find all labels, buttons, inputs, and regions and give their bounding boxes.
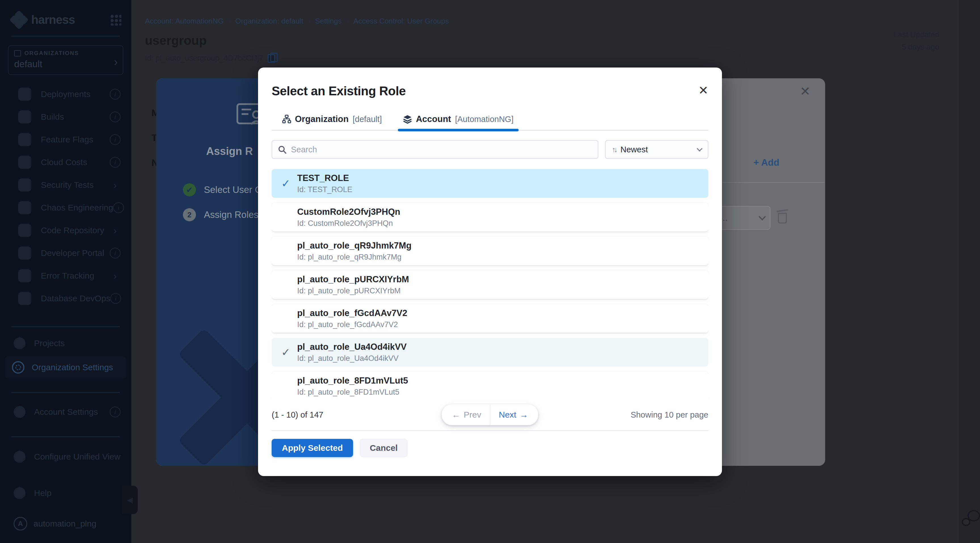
select-role-modal: Select an Existing Role ✕ Organization [… xyxy=(258,67,722,476)
cancel-button[interactable]: Cancel xyxy=(360,439,407,457)
org-hierarchy-icon xyxy=(14,50,21,56)
logo-text: harness xyxy=(31,13,75,27)
role-name: pl_auto_role_8FD1mVLut5 xyxy=(297,376,408,386)
deployments-icon xyxy=(18,88,31,101)
role-row[interactable]: ✓ pl_auto_role_8FD1mVLut5 Id: pl_auto_ro… xyxy=(272,372,708,399)
role-id: Id: pl_auto_role_8FD1mVLut5 xyxy=(297,388,408,397)
builds-icon xyxy=(18,110,31,123)
info-icon[interactable]: i xyxy=(110,157,121,168)
org-selector[interactable]: ORGANIZATIONS default › xyxy=(8,45,123,75)
role-name: pl_auto_role_Ua4Od4ikVV xyxy=(297,342,407,352)
role-row[interactable]: ✓ pl_auto_role_fGcdAAv7V2 Id: pl_auto_ro… xyxy=(272,304,708,333)
tab-account[interactable]: Account [AutomationNG] xyxy=(403,114,514,124)
sidebar-item-database-devops[interactable]: Database DevOps i xyxy=(0,287,131,310)
wrench-icon xyxy=(14,451,25,463)
search-input[interactable] xyxy=(291,145,592,154)
role-id: Id: TEST_ROLE xyxy=(297,185,352,194)
chevron-right-icon: › xyxy=(110,225,121,236)
right-arrow-icon: → xyxy=(520,410,528,420)
sidebar-item-feature-flags[interactable]: Feature Flags i xyxy=(0,128,131,151)
sidebar-item-projects[interactable]: Projects xyxy=(0,331,131,355)
breadcrumb-separator-icon: › xyxy=(228,16,231,25)
prev-page-button[interactable]: ← Prev xyxy=(442,410,490,420)
chaos-engineering-icon xyxy=(18,201,31,214)
assign-roles-title: Assign R xyxy=(206,145,253,158)
chevron-down-icon xyxy=(759,213,765,220)
check-icon: ✓ xyxy=(281,346,297,358)
step-check-icon: ✔ xyxy=(183,183,196,196)
right-rail xyxy=(958,0,980,543)
breadcrumb-account[interactable]: Account: AutomationNG xyxy=(145,17,223,25)
account-settings-icon xyxy=(14,406,25,418)
info-icon[interactable]: i xyxy=(110,248,121,258)
sidebar-item-account-settings[interactable]: Account Settings i xyxy=(0,400,131,424)
trash-icon[interactable] xyxy=(776,209,789,224)
breadcrumb-access-control[interactable]: Access Control: User Groups xyxy=(353,17,449,25)
sidebar-item-configure-unified-view[interactable]: Configure Unified View xyxy=(0,445,131,469)
role-name: pl_auto_role_pURCXIYrbM xyxy=(297,274,409,285)
add-role-button[interactable]: + Add xyxy=(753,157,779,168)
search-box xyxy=(272,140,598,159)
role-row[interactable]: ✓ pl_auto_role_Ua4Od4ikVV Id: pl_auto_ro… xyxy=(272,338,708,366)
sidebar-item-help[interactable]: Help xyxy=(0,481,131,505)
role-id: Id: pl_auto_role_qR9Jhmk7Mg xyxy=(297,253,412,261)
role-id: Id: pl_auto_role_pURCXIYrbM xyxy=(297,287,409,295)
info-icon[interactable]: i xyxy=(113,202,124,213)
sidebar-item-chaos-engineering[interactable]: Chaos Engineering i xyxy=(0,196,131,219)
code-repository-icon xyxy=(18,224,31,237)
sidebar-item-builds[interactable]: Builds i xyxy=(0,105,131,128)
close-icon[interactable]: ✕ xyxy=(698,84,708,96)
next-page-button[interactable]: Next → xyxy=(490,410,538,420)
close-icon[interactable]: ✕ xyxy=(800,84,810,99)
role-row[interactable]: ✓ CustomRole2Ofvj3PHQn Id: CustomRole2Of… xyxy=(272,203,708,231)
sidebar-item-deployments[interactable]: Deployments i xyxy=(0,83,131,105)
sidebar-collapse-handle[interactable]: ◀ xyxy=(122,486,138,514)
info-icon[interactable]: i xyxy=(110,293,121,304)
sort-value: Newest xyxy=(620,145,693,154)
sidebar-item-security-tests[interactable]: Security Tests › xyxy=(0,174,131,196)
org-selector-label: ORGANIZATIONS xyxy=(24,50,79,56)
page-title: usergroup xyxy=(145,33,449,48)
sort-arrows-icon: ↑↓ xyxy=(612,145,616,154)
page-header: Account: AutomationNG › Organization: de… xyxy=(145,16,449,63)
copy-icon[interactable] xyxy=(268,54,275,63)
role-id: Id: pl_auto_role_fGcdAAv7V2 xyxy=(297,320,407,329)
entity-id: Id: pl_auto_usergroup_4D7bcCIJj7 xyxy=(145,54,263,63)
user-menu[interactable]: A automation_plng xyxy=(14,517,96,530)
info-icon[interactable]: i xyxy=(110,111,121,122)
divider xyxy=(11,392,120,393)
info-icon[interactable]: i xyxy=(110,406,121,417)
app-root: { "colors": { "accent_blue": "#0b6fd0", … xyxy=(0,0,980,543)
role-row[interactable]: ✓ pl_auto_role_pURCXIYrbM Id: pl_auto_ro… xyxy=(272,271,708,299)
sidebar-item-cloud-costs[interactable]: Cloud Costs i xyxy=(0,151,131,174)
chevron-right-icon: › xyxy=(110,271,121,281)
divider xyxy=(11,436,120,437)
sidebar-item-organization-settings[interactable]: Organization Settings xyxy=(5,356,126,379)
check-icon: ✓ xyxy=(281,177,297,190)
breadcrumb-settings[interactable]: Settings xyxy=(315,17,342,25)
chat-widget-icon[interactable] xyxy=(962,510,980,526)
database-devops-icon xyxy=(18,292,31,305)
modal-title: Select an Existing Role xyxy=(272,84,698,98)
sidebar-item-code-repository[interactable]: Code Repository › xyxy=(0,219,131,242)
role-row[interactable]: ✓ pl_auto_role_qR9Jhmk7Mg Id: pl_auto_ro… xyxy=(272,237,708,265)
sidebar-item-developer-portal[interactable]: Developer Portal i xyxy=(0,242,131,264)
user-name: automation_plng xyxy=(33,519,96,529)
apply-selected-button[interactable]: Apply Selected xyxy=(272,439,353,457)
error-tracking-icon xyxy=(18,269,31,282)
role-id: Id: CustomRole2Ofvj3PHQn xyxy=(297,219,400,228)
search-icon xyxy=(278,145,286,154)
module-grid-icon[interactable] xyxy=(110,14,121,25)
sort-dropdown[interactable]: ↑↓ Newest xyxy=(605,140,708,159)
breadcrumb-organization[interactable]: Organization: default xyxy=(235,17,304,25)
chevron-down-icon xyxy=(697,146,702,151)
cloud-costs-icon xyxy=(18,156,31,169)
clipped-page-text: M T N xyxy=(151,107,156,182)
layers-icon xyxy=(403,115,412,124)
role-row[interactable]: ✓ TEST_ROLE Id: TEST_ROLE xyxy=(272,169,708,198)
info-icon[interactable]: i xyxy=(110,134,121,145)
help-chat-icon xyxy=(14,487,25,499)
tab-organization[interactable]: Organization [default] xyxy=(282,114,382,124)
sidebar-item-error-tracking[interactable]: Error Tracking › xyxy=(0,264,131,287)
info-icon[interactable]: i xyxy=(110,89,121,100)
